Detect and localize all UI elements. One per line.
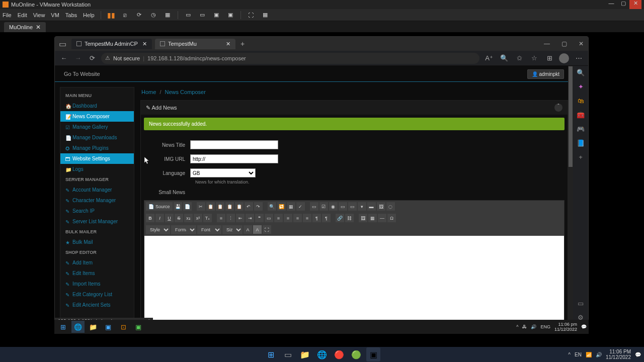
vm-close-button[interactable]: ✕ — [629, 0, 641, 9]
browser-minimize-button[interactable]: — — [540, 40, 554, 47]
forward-button[interactable]: → — [73, 54, 83, 62]
image-icon[interactable]: 🖼 — [359, 214, 367, 222]
alignright-icon[interactable]: ≡ — [293, 214, 302, 222]
checkbox-icon[interactable]: ☑ — [319, 202, 328, 211]
save-icon[interactable]: 💾 — [174, 202, 182, 211]
host-notifications-icon[interactable]: 💬 — [635, 352, 641, 357]
tab-actions-icon[interactable]: ▭ — [59, 39, 66, 49]
tray-network-icon[interactable]: 🖧 — [522, 324, 527, 329]
news-title-input[interactable] — [190, 140, 278, 149]
menu-vm[interactable]: VM — [51, 12, 59, 18]
menu-edit[interactable]: Edit — [18, 12, 27, 18]
start-button[interactable]: ⊞ — [56, 321, 69, 333]
newpage-icon[interactable]: 📄 — [183, 202, 192, 211]
spellcheck-icon[interactable]: ✓ — [296, 202, 305, 211]
browser-maximize-button[interactable]: ▢ — [557, 40, 571, 47]
tray-notifications-icon[interactable]: 💬 — [581, 324, 587, 329]
size-select[interactable]: Size — [222, 225, 243, 234]
taskbar-edge-icon[interactable]: 🌐 — [71, 321, 85, 333]
paste-word-icon[interactable]: 📋 — [235, 202, 244, 211]
find-icon[interactable]: 🔍 — [268, 202, 276, 211]
office-icon[interactable]: 📘 — [577, 139, 585, 147]
host-tray-chevron-icon[interactable]: ^ — [568, 352, 571, 357]
sidebar-item-website-settings[interactable]: 🗔Website Settings — [60, 153, 134, 164]
font-select[interactable]: Font — [197, 225, 221, 234]
source-button[interactable]: 📄 Source — [146, 202, 173, 211]
sidebar-item-edit-category-list[interactable]: ✎Edit Category List — [60, 289, 134, 300]
tray-volume-icon[interactable]: 🔊 — [531, 324, 536, 329]
profile-avatar[interactable] — [559, 53, 569, 63]
strike-icon[interactable]: S — [175, 214, 183, 222]
hidden-icon[interactable]: ◌ — [386, 202, 395, 211]
vm-toolbar-btn[interactable]: ▦ — [164, 11, 172, 19]
taskbar-xampp-icon[interactable]: ⊡ — [117, 321, 130, 333]
sidebar-item-account-manager[interactable]: ✎Account Manager — [60, 185, 134, 195]
justify-icon[interactable]: ≡ — [303, 214, 311, 222]
alignleft-icon[interactable]: ≡ — [274, 214, 283, 222]
add-sidebar-icon[interactable]: + — [577, 153, 585, 161]
tab-close-icon[interactable]: ✕ — [226, 41, 230, 47]
table-icon[interactable]: ▦ — [368, 214, 377, 222]
breadcrumb-current[interactable]: News Composer — [165, 89, 206, 95]
host-taskview-icon[interactable]: ▭ — [281, 347, 295, 361]
vm-unity-icon[interactable]: ▦ — [261, 11, 269, 19]
img-url-input[interactable] — [190, 154, 278, 163]
host-vmware-icon[interactable]: ▣ — [366, 347, 380, 361]
host-system-tray[interactable]: ^ EN 📶 🔊 11:06 PM 11/12/2022 💬 — [568, 349, 641, 360]
guest-system-tray[interactable]: ^ 🖧 🔊 ENG 11:06 pm 11/12/2022 💬 — [516, 322, 587, 332]
editor-content-area[interactable] — [144, 236, 564, 324]
menu-file[interactable]: File — [3, 12, 12, 18]
vm-minimize-button[interactable]: — — [605, 0, 617, 9]
new-tab-button[interactable]: + — [240, 40, 245, 48]
sidebar-toggle-icon[interactable]: ▭ — [577, 300, 585, 308]
zoom-icon[interactable]: 🔍 — [499, 54, 510, 62]
textarea-icon[interactable]: ▭ — [348, 202, 357, 211]
specialchar-icon[interactable]: Ω — [387, 214, 396, 222]
hr-icon[interactable]: — — [378, 214, 386, 222]
menu-tabs[interactable]: Tabs — [65, 12, 77, 18]
select-icon[interactable]: ▾ — [358, 202, 366, 211]
guest-clock[interactable]: 11:06 pm 11/12/2022 — [554, 322, 577, 332]
redo-icon[interactable]: ↷ — [254, 202, 263, 211]
refresh-button[interactable]: ⟳ — [87, 54, 97, 62]
sidebar-item-bulk-mail[interactable]: ★Bulk Mail — [60, 237, 134, 247]
sidebar-item-news-composer[interactable]: 📝News Composer — [60, 111, 134, 122]
maximize-icon[interactable]: ⛶ — [263, 225, 271, 234]
format-select[interactable]: Format — [171, 225, 196, 234]
selectall-icon[interactable]: ▦ — [287, 202, 295, 211]
replace-icon[interactable]: 🔁 — [277, 202, 286, 211]
vm-tab-close-icon[interactable]: ✕ — [36, 24, 41, 31]
tray-language[interactable]: ENG — [540, 324, 550, 329]
games-icon[interactable]: 🎮 — [577, 125, 585, 133]
paste-text-icon[interactable]: 📋 — [225, 202, 234, 211]
textcolor-icon[interactable]: A — [244, 225, 252, 234]
browser-tab-admincp[interactable]: TempestMu AdminCP ✕ — [71, 39, 152, 49]
sidebar-item-manage-gallery[interactable]: ☑Manage Gallery — [60, 122, 134, 132]
sidebar-item-add-item[interactable]: ✎Add Item — [60, 257, 134, 268]
underline-icon[interactable]: U — [165, 214, 174, 222]
ltr-icon[interactable]: ¶ — [312, 214, 321, 222]
div-icon[interactable]: ▭ — [265, 214, 273, 222]
sidebar-item-manage-downloads[interactable]: 📄Manage Downloads — [60, 132, 134, 143]
vm-pause-icon[interactable]: ▮▮ — [107, 11, 115, 19]
search-sidebar-icon[interactable]: 🔍 — [577, 69, 585, 77]
favorite-icon[interactable]: ✩ — [514, 54, 525, 62]
taskbar-explorer-icon[interactable]: 📁 — [87, 321, 100, 333]
shopping-icon[interactable]: 🛍 — [577, 97, 585, 105]
bgcolor-icon[interactable]: A — [253, 225, 262, 234]
collections-icon[interactable]: ⊞ — [544, 54, 555, 62]
link-icon[interactable]: 🔗 — [336, 214, 344, 222]
vm-maximize-button[interactable]: ▢ — [617, 0, 629, 9]
form-icon[interactable]: ▭ — [310, 202, 318, 211]
superscript-icon[interactable]: x² — [194, 214, 202, 222]
removeformat-icon[interactable]: Tₓ — [203, 214, 212, 222]
tab-close-icon[interactable]: ✕ — [142, 41, 147, 47]
host-tray-lang[interactable]: EN — [575, 352, 582, 357]
vm-toolbar-btn[interactable]: ⎚ — [121, 11, 129, 19]
vm-view-btn[interactable]: ▭ — [184, 11, 192, 19]
sidebar-item-edit-items[interactable]: ✎Edit Items — [60, 268, 134, 279]
cut-icon[interactable]: ✂ — [197, 202, 205, 211]
breadcrumb-home[interactable]: Home — [141, 89, 156, 95]
vm-snapshot-icon[interactable]: ◷ — [149, 11, 157, 19]
browser-tab-tempestmu[interactable]: TempestMu ✕ — [155, 39, 235, 49]
